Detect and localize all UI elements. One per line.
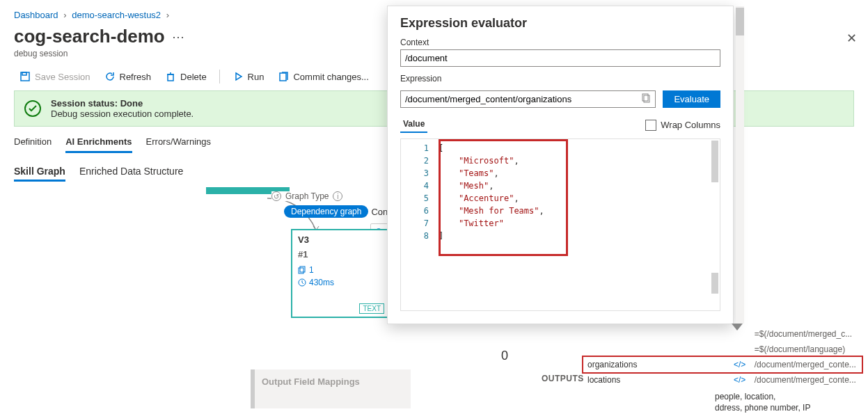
subtab-skill-graph[interactable]: Skill Graph	[14, 163, 65, 182]
value-editor[interactable]: 12345678 [ "Microsoft", "Teams", "Mesh",…	[400, 138, 720, 311]
output-field-mappings[interactable]: Output Field Mappings	[251, 369, 411, 408]
refresh-icon	[104, 71, 116, 82]
evaluate-button[interactable]: Evaluate	[663, 90, 720, 108]
graph-type-row: ↺ Graph Type i	[271, 191, 347, 201]
commit-button[interactable]: Commit changes...	[272, 68, 374, 85]
outputs-label: OUTPUTS	[542, 374, 584, 383]
code-icon[interactable]: </>	[729, 357, 750, 372]
node-type-tag: TEXT	[359, 303, 384, 314]
output-count: 0	[501, 349, 508, 363]
line-gutter: 12345678	[401, 139, 434, 310]
panel-title: Expression evaluator	[400, 16, 720, 31]
io-row: =$(/document/merged_c...	[583, 326, 862, 342]
more-icon[interactable]: ⋯	[172, 29, 184, 45]
graph-type-other[interactable]: Con	[371, 207, 388, 217]
node-doc-count: 1	[292, 264, 387, 276]
callout-arrow-icon	[732, 324, 743, 331]
svg-rect-3	[280, 73, 286, 81]
trash-icon	[165, 71, 176, 82]
bc-service[interactable]: demo-search-westus2	[72, 10, 161, 20]
node-id: #1	[292, 249, 387, 264]
node-time: 430ms	[292, 276, 387, 289]
reset-icon[interactable]: ↺	[271, 191, 281, 201]
subtab-enriched-data[interactable]: Enriched Data Structure	[79, 163, 183, 182]
context-input[interactable]	[400, 49, 720, 67]
save-session-button[interactable]: Save Session	[14, 68, 96, 85]
status-subtitle: Debug session execution complete.	[51, 109, 194, 119]
svg-rect-6	[300, 266, 305, 272]
svg-rect-5	[299, 268, 303, 273]
io-row[interactable]: locations</>/document/merged_conte...	[583, 372, 862, 388]
graph-type-label: Graph Type	[285, 191, 329, 201]
expression-input[interactable]	[400, 90, 656, 108]
info-icon[interactable]: i	[333, 191, 342, 201]
wrap-columns-toggle[interactable]: Wrap Columns	[645, 120, 720, 131]
bc-dashboard[interactable]: Dashboard	[14, 10, 58, 20]
run-button[interactable]: Run	[227, 68, 270, 85]
editor-scrollbar[interactable]	[711, 141, 718, 182]
tab-errors[interactable]: Errors/Warnings	[146, 132, 211, 153]
play-icon	[232, 71, 244, 82]
copy-icon[interactable]	[642, 93, 652, 105]
delete-button[interactable]: Delete	[159, 68, 212, 85]
tab-ai-enrichments[interactable]: AI Enrichments	[65, 132, 132, 153]
check-icon	[24, 100, 41, 117]
close-icon[interactable]: ✕	[846, 31, 857, 46]
save-icon	[19, 71, 31, 82]
commit-icon	[278, 71, 289, 82]
node-title: V3	[292, 230, 387, 249]
context-label: Context	[400, 38, 720, 47]
status-title: Session status: Done	[51, 98, 143, 109]
io-row-organizations[interactable]: organizations</>/document/merged_conte..…	[583, 357, 862, 372]
svg-rect-2	[168, 74, 173, 81]
code-icon[interactable]: </>	[729, 372, 750, 388]
checkbox-icon[interactable]	[645, 120, 656, 131]
value-label: Value	[400, 119, 427, 133]
panel-scrollbar[interactable]	[736, 6, 744, 324]
description-fragment: people, location, ddress, phone number, …	[715, 390, 840, 414]
svg-rect-1	[22, 72, 26, 75]
expression-evaluator-panel: Expression evaluator Context Expression …	[387, 6, 734, 324]
page-title: cog-search-demo	[14, 26, 165, 47]
graph-type-pill[interactable]: Dependency graph	[284, 205, 368, 218]
tab-definition[interactable]: Definition	[14, 132, 52, 153]
refresh-button[interactable]: Refresh	[99, 68, 157, 85]
code-area[interactable]: [ "Microsoft", "Teams", "Mesh", "Accentu…	[434, 139, 720, 310]
io-row: =$(/document/language)	[583, 342, 862, 357]
editor-scrollbar[interactable]	[711, 273, 718, 294]
skill-node[interactable]: V3 #1 1 430ms TEXT	[291, 229, 388, 318]
expression-label: Expression	[400, 74, 720, 83]
